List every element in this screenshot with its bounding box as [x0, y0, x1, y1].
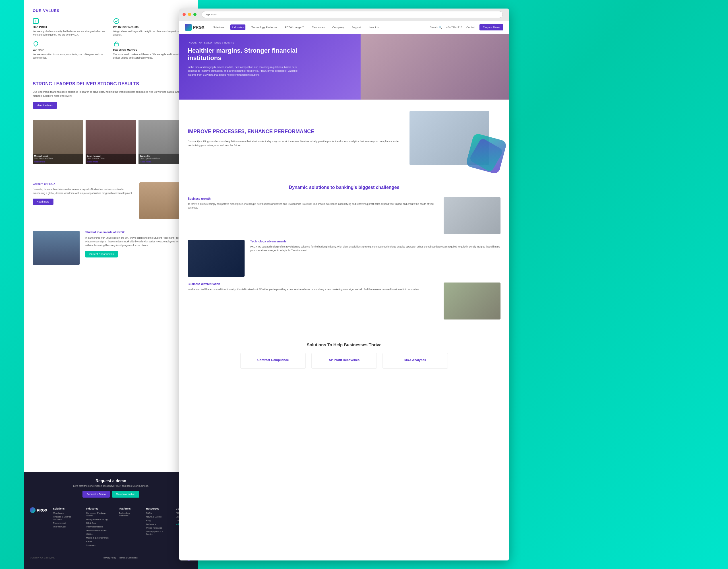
- nav-contact[interactable]: Contact: [466, 26, 475, 29]
- student-text: Student Placements at PRGX In partnershi…: [85, 231, 189, 257]
- nav-prgxchange[interactable]: PRGXchange™: [283, 24, 306, 30]
- footer-webinars[interactable]: Webinars: [146, 523, 170, 525]
- terms-link[interactable]: Terms & Conditions: [119, 556, 138, 559]
- member-title-2: Chief Financial Officer: [87, 157, 135, 159]
- footer-buttons: Request a Demo More Information: [30, 491, 192, 498]
- nav-solutions[interactable]: Solutions: [212, 24, 226, 30]
- careers-section: Careers at PRGX Operating in more than 3…: [24, 177, 198, 225]
- sol-desc-1: To thrive in an increasingly competitive…: [188, 202, 438, 210]
- footer-solutions-title: Solutions: [53, 507, 80, 510]
- footer-resources-title: Resources: [146, 507, 170, 510]
- footer-oil-gas[interactable]: Oil & Gas: [86, 522, 113, 524]
- footer-demo-subtitle: Let's start the conversation about how P…: [30, 485, 192, 487]
- footer-bottom: © 2022 PRGX Global, Inc. Privacy Policy …: [24, 552, 198, 563]
- thrive-card-ap[interactable]: AP Profit Recoveries: [311, 353, 377, 369]
- thrive-section: Solutions To Help Businesses Thrive Cont…: [179, 334, 509, 377]
- solution-row-2: Technology advancements PRGX top data te…: [188, 240, 501, 277]
- footer-news[interactable]: News & Events: [146, 516, 170, 518]
- nav-request-demo-button[interactable]: Request Demo: [479, 24, 503, 30]
- footer-banks[interactable]: Banks: [86, 540, 113, 543]
- footer-utilities[interactable]: Utilities: [86, 533, 113, 535]
- nav-logo-icon: [185, 24, 192, 31]
- improve-image: [409, 111, 501, 165]
- nav-tech-platforms[interactable]: Technology Platforms: [250, 24, 279, 30]
- footer-demo-title: Request a demo: [30, 479, 192, 483]
- member-name-2: Lynn Howard: [87, 155, 135, 157]
- member-title-1: Chief Executive Officer: [34, 157, 82, 159]
- careers-label: Careers at PRGX: [33, 182, 134, 185]
- sol-photo-3: [444, 282, 501, 320]
- request-demo-button[interactable]: Request a Demo: [82, 491, 110, 498]
- footer-resources-col: Resources FAQs News & Events Blog Webina…: [146, 507, 170, 548]
- footer-cpg[interactable]: Consumer Package Goods: [86, 512, 113, 517]
- footer-procurement[interactable]: Procurement: [53, 522, 80, 524]
- thrive-card-contract[interactable]: Contract Compliance: [240, 353, 306, 369]
- footer-logo-text: PRGX: [37, 508, 47, 512]
- nav-logo: PRGX: [185, 24, 204, 31]
- meet-team-button[interactable]: Meet the team: [33, 102, 57, 109]
- dynamic-title: Dynamic solutions to banking's biggest c…: [188, 185, 501, 190]
- svg-point-1: [114, 18, 119, 24]
- browser-minimize-button[interactable]: [188, 13, 191, 16]
- student-label: Student Placements at PRGX: [85, 231, 189, 234]
- footer-solutions-col: Solutions Merchants Finance & Shared Ser…: [53, 507, 80, 548]
- values-grid: One PRGX We are a global community that …: [33, 18, 189, 60]
- svg-rect-2: [114, 43, 118, 46]
- value-deliver-results: We Deliver Results We go above and beyon…: [113, 18, 189, 37]
- footer-telecom[interactable]: Telecommunications: [86, 529, 113, 532]
- more-info-button[interactable]: More Information: [112, 491, 139, 498]
- current-opp-button[interactable]: Current Opportunities: [85, 250, 118, 257]
- thrive-card-ma[interactable]: M&A Analytics: [382, 353, 448, 369]
- careers-read-more-button[interactable]: Read more: [33, 198, 53, 205]
- nav-industries[interactable]: Industries: [230, 24, 245, 30]
- footer-insurance[interactable]: Insurance: [86, 544, 113, 547]
- value-icon-1: [33, 18, 39, 24]
- footer-merchants[interactable]: Merchants: [53, 512, 80, 514]
- dynamic-section: Dynamic solutions to banking's biggest c…: [179, 176, 509, 334]
- nav-company[interactable]: Company: [331, 24, 346, 30]
- solution-row-1: Business growth To thrive in an increasi…: [188, 197, 501, 234]
- right-panel: prgx.com PRGX Solutions Industries Techn…: [179, 9, 509, 560]
- site-hero: INDUSTRY SOLUTIONS / BANKS Healthier mar…: [179, 34, 509, 100]
- footer-faqs[interactable]: FAQs: [146, 512, 170, 514]
- site-nav: PRGX Solutions Industries Technology Pla…: [179, 20, 509, 34]
- privacy-link[interactable]: Privacy Policy: [103, 556, 116, 559]
- hero-content: INDUSTRY SOLUTIONS / BANKS Healthier mar…: [179, 34, 509, 84]
- footer-heavy-mfg[interactable]: Heavy Manufacturing: [86, 518, 113, 521]
- team-photos: Michael Lamb Chief Executive Officer Rea…: [24, 120, 198, 164]
- hero-title: Healthier margins. Stronger financial in…: [188, 47, 307, 62]
- nav-search[interactable]: Search 🔍: [430, 26, 442, 29]
- sol-text-1: Business growth To thrive in an increasi…: [188, 197, 438, 234]
- value-icon-3: [33, 41, 39, 47]
- footer-tech-platforms[interactable]: Technology Platforms: [119, 512, 140, 517]
- improve-section: IMPROVE PROCESSES, ENHANCE PERFORMANCE C…: [179, 100, 509, 176]
- sol-title-1: Business growth: [188, 197, 438, 200]
- footer-whitepapers[interactable]: Whitepapers & E-Books: [146, 530, 170, 535]
- nav-resources[interactable]: Resources: [310, 24, 326, 30]
- footer-internal-audit[interactable]: Internal Audit: [53, 525, 80, 528]
- nav-support[interactable]: Support: [350, 24, 363, 30]
- read-more-2[interactable]: Read more: [87, 160, 135, 163]
- sol-photo-2: [188, 240, 245, 277]
- footer-blog[interactable]: Blog: [146, 519, 170, 522]
- footer-industries-title: Industries: [86, 507, 113, 510]
- team-photo-1: Michael Lamb Chief Executive Officer Rea…: [33, 120, 83, 164]
- footer-bottom-links: Privacy Policy Terms & Conditions: [103, 556, 138, 559]
- footer-finance[interactable]: Finance & Shared Services: [53, 516, 80, 521]
- browser-maximize-button[interactable]: [193, 13, 197, 16]
- sol-photo-1: [444, 197, 501, 234]
- browser-chrome: prgx.com: [179, 9, 509, 20]
- nav-i-want-to[interactable]: I want to...: [367, 24, 383, 30]
- footer-copyright: © 2022 PRGX Global, Inc.: [30, 556, 55, 559]
- footer-links: PRGX Solutions Merchants Finance & Share…: [24, 503, 198, 552]
- footer-panel: Request a demo Let's start the conversat…: [24, 472, 198, 569]
- browser-close-button[interactable]: [183, 13, 186, 16]
- value-desc-1: We are a global community that believes …: [33, 30, 109, 37]
- footer-media[interactable]: Media & Entertainment: [86, 537, 113, 539]
- footer-press[interactable]: Press Releases: [146, 527, 170, 529]
- browser-address-bar[interactable]: prgx.com: [202, 11, 503, 18]
- footer-pharma[interactable]: Pharmaceuticals: [86, 525, 113, 528]
- value-icon-4: [113, 41, 119, 47]
- read-more-1[interactable]: Read more: [34, 160, 82, 163]
- strong-leaders-desc: Our leadership team has deep expertise i…: [33, 90, 189, 98]
